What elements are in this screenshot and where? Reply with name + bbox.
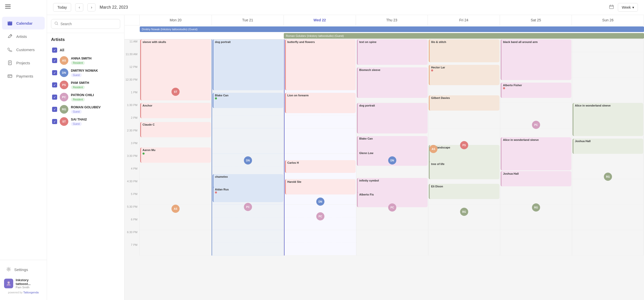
day-col-sun26: Alice in wonderland sleeve Joshua Hall R… [572,39,644,256]
all-artist-row[interactable]: ✓ All [51,46,120,54]
roman-name: ROMAN GOLUBEV [71,105,101,109]
sidebar-item-payments[interactable]: Payments [2,70,45,82]
day-header-sun26: Sun 26 [572,15,644,25]
time-7pm: 7 PM [124,243,140,256]
event-aaron[interactable]: Aaron Mu [140,147,211,163]
event-alice-sun[interactable]: Alice in wonderland sleeve [573,103,643,136]
event-text-spine[interactable]: text on spine [357,39,428,65]
time-12pm: 12 PM [124,65,140,78]
svg-line-23 [57,24,58,25]
event-lion[interactable]: Lion on forearm [285,93,356,113]
week-view-button[interactable]: Week ▾ [618,3,638,12]
artist-row-dmitriy[interactable]: ✓ DN DMITRIY NOWAK Guest [51,67,120,79]
svg-rect-0 [5,5,11,5]
patron-avatar: PC [60,93,68,101]
left-panel: Artists ✓ All ✓ AS ANNA SMITH Resident [47,15,124,300]
sidebar-bottom: Settings ik Inkstory tattoost... Pam Smi… [0,260,47,300]
event-eli[interactable]: Eli Dixon [429,184,499,199]
chevron-down-icon: ▾ [632,5,634,9]
prev-button[interactable]: ‹ [75,3,83,11]
settings-label: Settings [14,267,28,272]
phone-icon [7,47,13,52]
banner-event-roman[interactable]: Roman Golubev (Inkstory tattoostudio) (G… [284,33,644,39]
event-carlos[interactable]: Carlos H [285,160,356,173]
cal-avatar-rg-fri: RG [460,208,468,216]
sidebar-nav: Calendar Artists Customers [0,14,47,260]
sidebar-item-projects[interactable]: Projects [2,56,45,69]
artist-row-pam[interactable]: ✓ PS PAM SMITH Resident [51,79,120,91]
day-columns: sleeve with skulls ST Anchor Claude C [140,39,644,256]
pam-checkbox[interactable]: ✓ [52,82,57,87]
event-alice-sat[interactable]: Alice in wonderland sleeve [501,137,571,170]
pam-avatar: PS [60,81,68,89]
event-claude[interactable]: Claude C [140,122,211,137]
allday-banner: Dmitriy Nowak (Inkstory tattoostudio) (G… [124,25,644,39]
artist-row-patron[interactable]: ✓ PC PATRON CHILI Resident [51,91,120,103]
cal-avatar-pc-sat: PC [532,121,540,129]
event-biomech[interactable]: Biomech sleeve [357,67,428,98]
dmitriy-avatar: DN [60,68,68,77]
time-130pm: 1:30 PM [124,103,140,116]
cal-avatar-rg-sun: RG [604,173,612,181]
sidebar-item-customers-label: Customers [16,48,35,52]
event-anchor[interactable]: Anchor [140,103,211,118]
sidebar-item-calendar-label: Calendar [16,21,33,25]
event-joshua-sun[interactable]: Joshua Hall [573,139,643,154]
event-alberto-fisher[interactable]: Alberto Fisher [501,83,571,98]
calendar-icon [7,20,13,26]
event-dog-portrait-thu[interactable]: dog portrait [357,103,428,133]
sidebar-item-customers[interactable]: Customers [2,43,45,56]
next-button[interactable]: › [87,3,96,11]
svg-rect-14 [9,76,10,77]
sai-checkbox[interactable]: ✓ [52,119,57,124]
tattoogenda-link[interactable]: Tattoogenda [23,291,39,294]
all-checkbox[interactable]: ✓ [52,48,57,53]
event-hector[interactable]: Hector Lar [429,65,499,85]
time-grid: 11 AM 11:30 AM 12 PM 12:30 PM 1 PM 1:30 … [124,39,644,256]
event-tree[interactable]: tree of life [429,161,499,179]
today-button[interactable]: Today [53,3,71,12]
event-dog-portrait-tue[interactable]: dog portrait [213,39,283,90]
powered-by: powered by Tattoogenda [4,289,43,296]
main-content: Today ‹ › March 22, 2023 Week ▾ [47,0,644,300]
pencil-icon [7,34,13,39]
sidebar-item-artists[interactable]: Artists [2,30,45,43]
svg-rect-18 [609,5,614,9]
day-col-mon20: sleeve with skulls ST Anchor Claude C [140,39,212,256]
sidebar-item-calendar[interactable]: Calendar [2,17,45,29]
banner-event-dmitriy[interactable]: Dmitriy Nowak (Inkstory tattoostudio) (G… [140,26,644,32]
patron-badge: Resident [71,98,85,101]
patron-checkbox[interactable]: ✓ [52,95,57,100]
artist-row-anna[interactable]: ✓ AS ANNA SMITH Resident [51,54,120,67]
hamburger-menu[interactable] [0,0,47,14]
artist-row-sai[interactable]: ✓ ST SAI THAI2 Guest [51,115,120,128]
event-harold[interactable]: Harold Ste [285,179,356,194]
settings-item[interactable]: Settings [4,264,43,275]
event-aidan[interactable]: Aidan Rus [213,187,283,202]
dmitriy-badge: Guest [71,73,82,77]
anna-name: ANNA SMITH [71,56,91,60]
time-530pm: 5:30 PM [124,205,140,217]
search-input[interactable] [60,22,117,26]
event-blake-tue[interactable]: Blake Can [213,93,283,108]
time-2pm: 2 PM [124,116,140,128]
calendar-picker-icon[interactable] [609,5,614,10]
anna-checkbox[interactable]: ✓ [52,58,57,63]
day-col-thu23: text on spine Biomech sleeve dog portrai… [356,39,428,256]
event-lilo[interactable]: lilo & stitch [429,39,499,62]
cal-avatar-pc-wed: PC [316,212,324,220]
cal-avatar-dn-wed: DN [316,198,324,206]
day-header-wed22: Wed 22 [284,15,356,25]
time-11am: 11 AM [124,39,140,52]
roman-checkbox[interactable]: ✓ [52,107,57,112]
svg-point-15 [8,268,9,270]
event-gilbert[interactable]: Gilbert Davies [429,95,499,111]
svg-rect-4 [8,22,12,23]
sidebar-item-projects-label: Projects [16,61,30,65]
event-black-band[interactable]: black band all around arm [501,39,571,80]
event-butterfly[interactable]: butterfly and flowers [285,39,356,90]
dmitriy-checkbox[interactable]: ✓ [52,70,57,75]
event-joshua-sat[interactable]: Joshua Hall [501,171,571,186]
artist-row-roman[interactable]: ✓ RG ROMAN GOLUBEV Guest [51,103,120,115]
cal-avatar-pc-tue: PC [244,203,252,211]
